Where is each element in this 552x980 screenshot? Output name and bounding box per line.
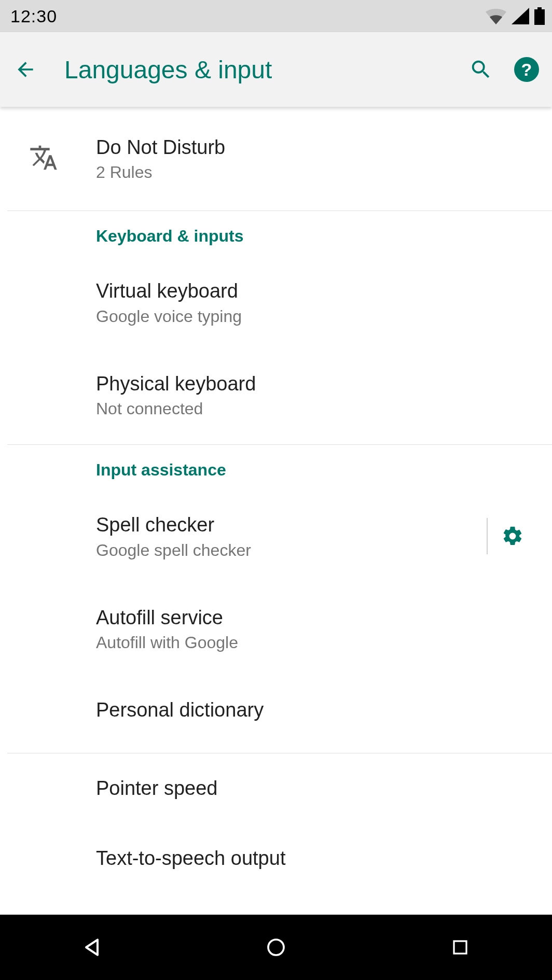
page-title: Languages & input (64, 55, 453, 84)
item-subtitle: Not connected (96, 399, 256, 418)
nav-back-button[interactable] (61, 927, 123, 968)
section-input-assistance: Input assistance (0, 445, 552, 495)
cell-signal-icon (512, 8, 529, 24)
battery-icon (534, 7, 545, 25)
item-subtitle: 2 Rules (96, 163, 225, 182)
item-subtitle: Google voice typing (96, 307, 242, 326)
nav-home-icon (266, 937, 286, 958)
item-title: Do Not Disturb (96, 135, 225, 160)
help-icon: ? (514, 57, 539, 82)
app-bar: Languages & input ? (0, 32, 552, 107)
nav-recents-button[interactable] (429, 927, 491, 968)
item-tts-output[interactable]: Text-to-speech output (0, 829, 552, 889)
item-physical-keyboard[interactable]: Physical keyboard Not connected (0, 354, 552, 437)
svg-point-2 (268, 940, 284, 955)
item-pointer-speed[interactable]: Pointer speed (0, 759, 552, 819)
item-autofill-service[interactable]: Autofill service Autofill with Google (0, 588, 552, 670)
item-title: Personal dictionary (96, 698, 264, 723)
item-title: Pointer speed (96, 776, 218, 801)
item-title: Physical keyboard (96, 372, 256, 397)
item-title: Virtual keyboard (96, 279, 242, 304)
spell-checker-settings-button[interactable] (488, 525, 537, 548)
navigation-bar (0, 915, 552, 980)
section-keyboard-inputs: Keyboard & inputs (0, 211, 552, 261)
search-icon (469, 58, 493, 81)
status-icons (486, 7, 545, 25)
search-button[interactable] (463, 51, 499, 88)
item-title: Autofill service (96, 606, 238, 631)
item-subtitle: Autofill with Google (96, 633, 238, 652)
item-title: Text-to-speech output (96, 846, 285, 871)
item-spell-checker[interactable]: Spell checker Google spell checker (0, 495, 552, 578)
item-do-not-disturb[interactable]: Do Not Disturb 2 Rules (0, 107, 552, 211)
gear-icon (501, 525, 524, 548)
item-personal-dictionary[interactable]: Personal dictionary (0, 680, 552, 740)
help-button[interactable]: ? (508, 51, 545, 88)
wifi-icon (486, 8, 506, 24)
item-subtitle: Google spell checker (96, 541, 251, 560)
nav-back-icon (80, 936, 103, 959)
svg-rect-3 (454, 941, 466, 954)
divider (7, 753, 552, 753)
nav-recents-icon (451, 938, 470, 957)
settings-list: Do Not Disturb 2 Rules Keyboard & inputs… (0, 107, 552, 915)
svg-rect-0 (537, 7, 542, 9)
nav-home-button[interactable] (245, 927, 307, 968)
translate-icon (29, 143, 58, 174)
svg-rect-1 (534, 9, 545, 25)
status-bar: 12:30 (0, 0, 552, 32)
item-title: Spell checker (96, 513, 251, 538)
item-virtual-keyboard[interactable]: Virtual keyboard Google voice typing (0, 261, 552, 344)
back-button[interactable] (7, 51, 44, 88)
arrow-back-icon (14, 58, 37, 81)
status-time: 12:30 (10, 6, 57, 26)
